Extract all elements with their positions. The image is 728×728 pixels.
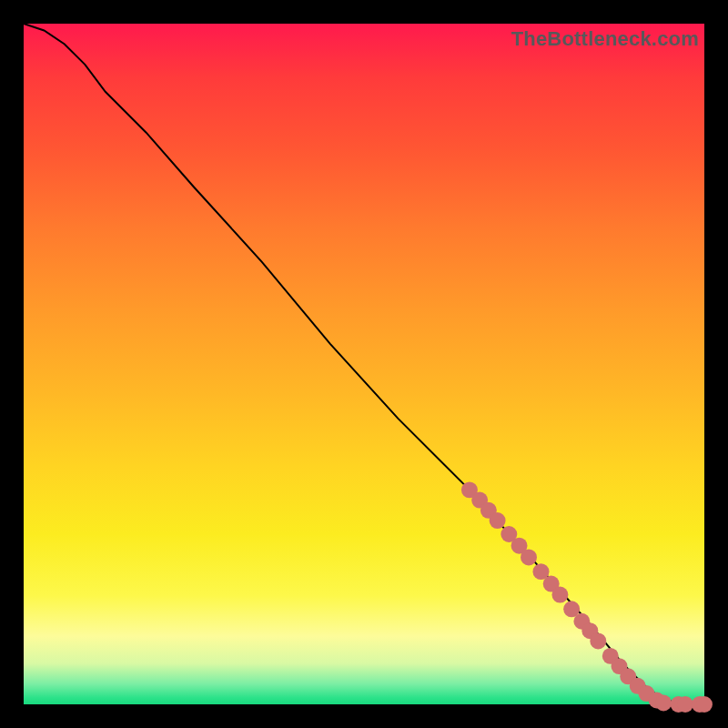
chart-stage: TheBottleneck.com <box>0 0 728 728</box>
marker-dot <box>590 632 606 649</box>
plot-area: TheBottleneck.com <box>24 24 704 704</box>
chart-overlay <box>24 24 704 704</box>
marker-group <box>461 481 713 713</box>
curve-line <box>24 24 704 704</box>
marker-dot <box>551 587 568 603</box>
marker-dot <box>696 696 713 713</box>
marker-dot <box>490 512 506 529</box>
marker-dot <box>677 696 693 713</box>
marker-dot <box>521 549 537 565</box>
marker-dot <box>655 695 672 712</box>
